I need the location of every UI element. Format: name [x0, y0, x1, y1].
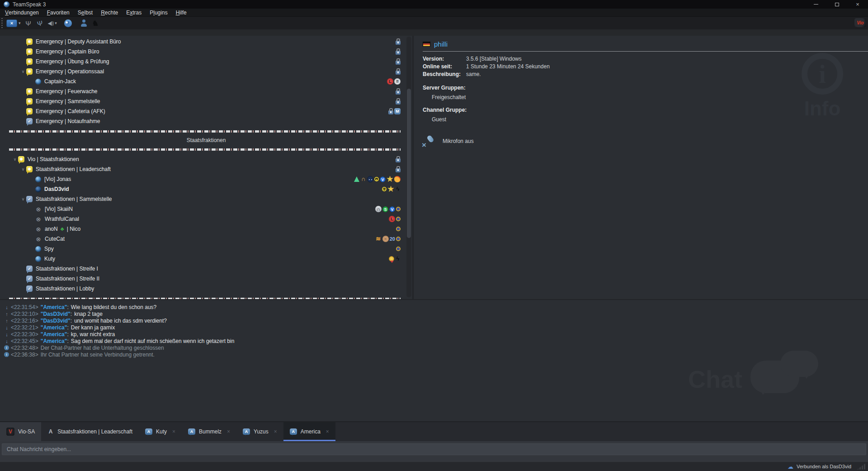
chat-bubble-a-icon: A	[188, 428, 195, 435]
message-sender: "DasD3vid"	[41, 318, 71, 324]
message-timestamp: <22:32:10>	[11, 311, 38, 317]
user-row[interactable]: ⊗anoN♣| Nico	[0, 224, 412, 234]
user-row[interactable]: [Vio] Jonas∩AV★	[0, 174, 412, 184]
channel-row[interactable]: ✓Staatsfraktionen | Streife II	[0, 274, 412, 284]
user-row[interactable]: Captain-JackL¤	[0, 76, 412, 86]
channel-row[interactable]: ✱Emergency | Captain Büro	[0, 47, 412, 57]
microphone-status-text: Mikrofon aus	[443, 138, 474, 144]
expand-arrow-icon[interactable]: ∨	[20, 197, 26, 201]
channel-yellow-icon: ✱	[26, 58, 33, 65]
chat-message-input[interactable]	[2, 443, 866, 455]
tab-bummelz[interactable]: ABummelz×	[182, 422, 236, 441]
person-icon	[80, 19, 87, 27]
menu-selbst[interactable]: Selbst	[74, 9, 97, 16]
message-text: Sag dem mal der darf nicht auf mich schi…	[71, 338, 235, 344]
info-field-value: same.	[466, 71, 481, 78]
padlock-icon	[396, 100, 401, 105]
channel-row[interactable]: ✱Emergency | Deputy Assistant Büro	[0, 37, 412, 47]
status-bubble-button[interactable]	[63, 18, 74, 28]
tab-yuzus[interactable]: AYuzus×	[236, 422, 283, 441]
tab-label: Bummelz	[199, 428, 222, 435]
channel-row[interactable]: ✱Emergency | Übung & Prüfung	[0, 57, 412, 67]
user-label: Spy	[44, 246, 54, 252]
padlock-icon	[396, 158, 401, 162]
channel-row[interactable]: ∨✓Staatsfraktionen | Sammelstelle	[0, 194, 412, 204]
tab-kuty[interactable]: AKuty×	[139, 422, 182, 441]
restore-button[interactable]	[826, 0, 847, 9]
message-text: Der kann ja garnix	[71, 324, 115, 331]
message-timestamp: <22:32:45>	[11, 338, 38, 344]
message-timestamp: <22:32:48>	[11, 345, 38, 351]
user-row[interactable]: ⊗[Vio] SkaiiN∩SV	[0, 204, 412, 214]
menu-favoriten[interactable]: Favoriten	[43, 9, 74, 16]
channel-yellow-icon: ✱	[26, 108, 33, 114]
channel-row[interactable]: ∨✱Staatsfraktionen | Leaderschaft	[0, 164, 412, 174]
user-row[interactable]: ⊗WrathfulCanalL	[0, 214, 412, 224]
message-timestamp: <22:31:54>	[11, 304, 38, 310]
channel-row[interactable]: ∨✱Vio | Staatsfraktionen	[0, 154, 412, 164]
chevron-down-icon[interactable]: ▾	[19, 21, 21, 25]
hex-headset-icon: ∩	[375, 206, 382, 212]
tab-close-icon[interactable]: ×	[274, 428, 277, 435]
user-row[interactable]: Kutyϟ	[0, 254, 412, 264]
disconnect-button[interactable]: × ▾	[5, 18, 22, 28]
plugin-button[interactable]: ♞	[90, 18, 101, 28]
m-bubble-icon: M	[394, 108, 401, 114]
fbi-seal-icon	[396, 207, 401, 211]
tab-close-icon[interactable]: ×	[172, 428, 175, 435]
menu-plugins[interactable]: Plugins	[146, 9, 171, 16]
wolf-icon: ♞	[92, 19, 99, 28]
channel-row[interactable]: ✓Emergency | Notaufnahme	[0, 116, 412, 126]
user-row[interactable]: Spy	[0, 244, 412, 254]
incoming-arrow-icon: ↓	[4, 304, 10, 310]
user-label: Kuty	[44, 256, 55, 262]
user-label: anoN	[45, 226, 58, 232]
client-nickname-link[interactable]: philli	[434, 40, 448, 48]
channel-label: Staatsfraktionen | Lobby	[36, 285, 94, 292]
tab-close-icon[interactable]: ×	[326, 428, 329, 435]
away-button[interactable]: Ψ	[23, 18, 34, 28]
tree-scrollbar[interactable]	[406, 37, 411, 297]
user-row[interactable]: DasD3vidD★ϟ	[0, 184, 412, 194]
scrollbar-thumb[interactable]	[407, 89, 411, 238]
menu-rechte[interactable]: Rechte	[97, 9, 122, 16]
tab-vio-sa[interactable]: VVio-SA	[0, 422, 41, 441]
close-button[interactable]: ×	[847, 0, 868, 9]
expand-arrow-icon[interactable]: ∨	[20, 69, 26, 74]
mute-microphone-button[interactable]: Ψ	[35, 18, 46, 28]
info-field-label: Beschreibung:	[423, 71, 466, 78]
menu-hilfe[interactable]: Hilfe	[172, 9, 191, 16]
expand-arrow-icon[interactable]: ∨	[20, 167, 26, 171]
tab-america[interactable]: AAmerica×	[283, 422, 335, 441]
menu-verbindungen[interactable]: Verbindungen	[1, 9, 43, 16]
channel-row[interactable]: ✓Staatsfraktionen | Lobby	[0, 284, 412, 294]
client-info-button[interactable]	[78, 18, 89, 28]
star-icon: ★	[387, 186, 394, 192]
user-row[interactable]: ⊗CuteCat≋≈20	[0, 234, 412, 244]
toolbar-drag-handle[interactable]	[1, 18, 3, 28]
sphere-dark-user-icon	[35, 186, 41, 192]
channel-row[interactable]: ✓Staatsfraktionen | Streife I	[0, 264, 412, 274]
tab-label: Yuzus	[254, 428, 269, 435]
user-label: DasD3vid	[44, 186, 69, 192]
expand-arrow-icon[interactable]: ∨	[12, 157, 18, 162]
tab-staatsfraktionen-leaderschaft[interactable]: AStaatsfraktionen | Leaderschaft	[41, 422, 139, 441]
channel-row[interactable]: ✱Emergency | Feuerwache	[0, 86, 412, 96]
chat-log: ↓<22:31:54>"America":Wie lang bildest du…	[0, 299, 868, 421]
minimize-button[interactable]	[806, 0, 826, 9]
mute-speakers-button[interactable]: ◀)) ▾	[47, 18, 58, 28]
chat-message: i<22:32:48>Der Chat-Partner hat die Unte…	[4, 344, 868, 351]
menu-extras[interactable]: Extras	[122, 9, 146, 16]
section-header: Staatsfraktionen	[0, 136, 412, 144]
eagle-icon: ¤	[394, 78, 401, 85]
padlock-icon	[396, 71, 401, 75]
channel-row[interactable]: ✱Emergency | Cafeteria (AFK)M	[0, 106, 412, 116]
chevron-down-icon[interactable]: ▾	[55, 21, 57, 25]
channel-row[interactable]: ✱Emergency | Sammelstelle	[0, 96, 412, 106]
channel-blue-icon: ✓	[26, 196, 33, 202]
tab-close-icon[interactable]: ×	[227, 428, 230, 435]
sphere-user-icon	[35, 246, 41, 252]
channel-row[interactable]: ∨✱Emergency | Operationssaal	[0, 67, 412, 76]
message-colon: :	[67, 338, 68, 344]
connection-status: Verbunden als DasD3vid	[797, 464, 851, 469]
